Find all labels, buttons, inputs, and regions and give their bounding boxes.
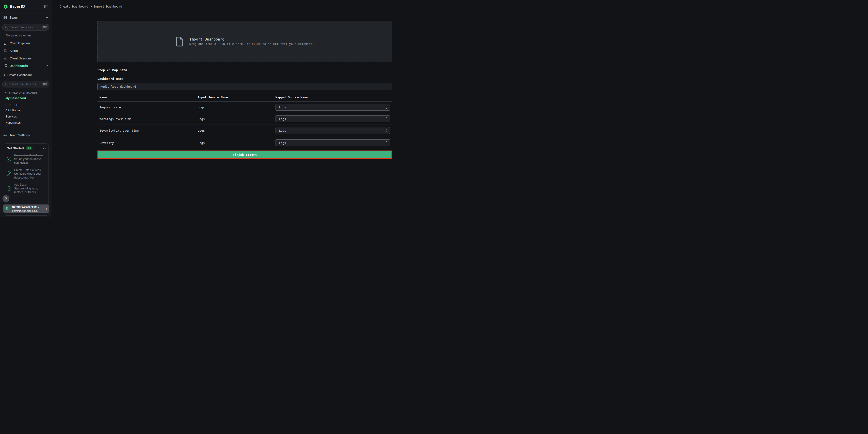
- check-circle-icon: [7, 186, 11, 191]
- saved-dashboards-input[interactable]: Saved Dashboards ⌘K: [2, 81, 50, 87]
- select-chevrons-icon: [385, 141, 388, 145]
- create-dashboard-label: Create Dashboard: [7, 73, 32, 77]
- saved-dashboards-placeholder: Saved Dashboards: [10, 83, 40, 86]
- breadcrumb: Create Dashboard > Import Dashboard: [52, 0, 434, 13]
- checklist-desc: Configure where your data comes from: [14, 172, 41, 179]
- table-row: Warnings over time Logs Logs: [97, 113, 392, 125]
- mapped-source-select[interactable]: Logs: [276, 127, 390, 134]
- sidebar-section-search[interactable]: Search: [0, 13, 52, 22]
- sidebar: HyperDX Search Sa: [0, 0, 52, 217]
- select-value: Logs: [279, 141, 286, 145]
- import-dashboard-panel: Import Dashboard Drag and drop a JSON fi…: [97, 13, 392, 159]
- dashboard-name-input[interactable]: [97, 83, 392, 90]
- sidebar-item-clickhouse[interactable]: ClickHouse: [0, 107, 52, 114]
- saved-dashboards-group-header[interactable]: SAVED DASHBOARDS: [0, 89, 52, 95]
- check-circle-icon: [7, 157, 11, 161]
- check-circle-icon: [7, 172, 11, 176]
- checklist-title: Create Data Sources: [14, 168, 41, 172]
- get-started-title: Get Started: [7, 147, 24, 150]
- step-title: Step 2: Map Data: [97, 68, 392, 72]
- group-header-label: SAVED DASHBOARDS: [9, 91, 38, 94]
- main-area: Create Dashboard > Import Dashboard Impo…: [52, 0, 434, 159]
- cell-name: SeverityText over time: [99, 129, 198, 132]
- checklist-desc: Start sending logs, metrics, or traces: [14, 187, 38, 194]
- dashboard-name-label: Dashboard Name: [97, 77, 392, 81]
- sidebar-item-services[interactable]: Services: [0, 114, 52, 120]
- breadcrumb-create-dashboard[interactable]: Create Dashboard: [60, 5, 88, 8]
- search-section-label: Search: [9, 16, 19, 19]
- progress-badge: 3/3: [26, 147, 33, 150]
- select-value: Logs: [279, 129, 286, 132]
- checklist-title: Add Data: [14, 183, 26, 186]
- sidebar-item-team-settings[interactable]: Team Settings: [0, 131, 52, 140]
- mapped-source-select[interactable]: Logs: [276, 116, 390, 122]
- create-dashboard-button[interactable]: + Create Dashboard: [0, 71, 52, 79]
- plus-icon: +: [3, 73, 5, 77]
- dropzone-title: Import Dashboard: [189, 37, 224, 41]
- sidebar-item-chart-explorer[interactable]: Chart Explorer: [0, 39, 52, 47]
- shortcut-badge: ⌘K: [42, 26, 48, 29]
- table-row: SeverityText over time Logs Logs: [97, 125, 392, 136]
- checklist-item-sources[interactable]: Create Data Sources Configure where your…: [7, 168, 46, 180]
- app-title: HyperDX: [10, 5, 42, 9]
- cell-input-source: Logs: [198, 141, 276, 145]
- logo-row: HyperDX: [0, 0, 52, 13]
- table-header-row: Name Input Source Name Mapped Source Nam…: [97, 93, 392, 101]
- column-header-input-source: Input Source Name: [198, 96, 276, 99]
- checklist-item-connect[interactable]: Connect to ClickHouse Set up your databa…: [7, 153, 46, 165]
- chevron-down-icon: [5, 104, 7, 106]
- mapped-source-select[interactable]: Logs: [276, 140, 390, 146]
- gear-icon: [3, 133, 7, 137]
- help-button[interactable]: ?: [2, 195, 9, 202]
- mapped-source-select[interactable]: Logs: [276, 104, 390, 111]
- team-settings-label: Team Settings: [9, 133, 30, 137]
- user-account-button[interactable]: D dominic.tran@clic... dominic.tran@clic…: [3, 205, 50, 213]
- dropzone-subtitle: Drag and drop a JSON file here, or click…: [189, 42, 314, 45]
- cell-name: Request rate: [99, 106, 198, 109]
- sidebar-nav: Chart Explorer Alerts Client Sessions: [0, 39, 52, 70]
- laptop-icon: [3, 56, 7, 60]
- nav-label: Alerts: [9, 49, 18, 53]
- breadcrumb-separator: >: [90, 5, 92, 8]
- sidebar-item-my-dashboard[interactable]: My Dashboard: [0, 95, 52, 101]
- get-started-header[interactable]: Get Started 3/3: [7, 147, 46, 150]
- table-row: Severity Logs Logs: [97, 136, 392, 149]
- chart-icon: [3, 41, 7, 45]
- nav-label: Client Sessions: [9, 57, 32, 60]
- breadcrumb-import-dashboard[interactable]: Import Dashboard: [94, 5, 122, 8]
- column-header-name: Name: [99, 96, 198, 99]
- presets-group-header[interactable]: PRESETS: [0, 101, 52, 107]
- sidebar-collapse-icon[interactable]: [44, 4, 49, 9]
- sidebar-item-client-sessions[interactable]: Client Sessions: [0, 55, 52, 62]
- saved-searches-input[interactable]: Saved Searches ⌘K: [2, 24, 50, 31]
- chevron-up-icon: [46, 65, 49, 67]
- cell-input-source: Logs: [198, 117, 276, 121]
- file-icon: [176, 36, 184, 47]
- select-value: Logs: [279, 117, 286, 121]
- finish-import-button[interactable]: Finish Import: [97, 151, 392, 159]
- no-saved-searches-note: No saved searches: [0, 32, 52, 38]
- chevron-up-icon: [43, 147, 46, 149]
- cell-name: Severity: [99, 141, 198, 145]
- cell-input-source: Logs: [198, 106, 276, 109]
- sidebar-item-kubernetes[interactable]: Kubernetes: [0, 120, 52, 126]
- select-chevrons-icon: [385, 105, 388, 109]
- search-icon: [5, 26, 8, 29]
- nav-label: Dashboards: [9, 64, 28, 68]
- json-file-dropzone[interactable]: Import Dashboard Drag and drop a JSON fi…: [97, 21, 392, 62]
- dashboard-icon: [3, 64, 7, 68]
- select-chevrons-icon: [385, 117, 388, 121]
- sidebar-item-dashboards[interactable]: Dashboards: [0, 62, 52, 69]
- mapping-table: Name Input Source Name Mapped Source Nam…: [97, 93, 392, 149]
- group-header-label: PRESETS: [9, 103, 22, 106]
- nav-label: Chart Explorer: [9, 41, 30, 45]
- sidebar-item-alerts[interactable]: Alerts: [0, 47, 52, 55]
- divider: [0, 70, 52, 70]
- avatar: D: [4, 206, 10, 212]
- bell-icon: [3, 49, 7, 53]
- checklist-item-add-data[interactable]: Add Data Start sending logs, metrics, or…: [7, 183, 46, 194]
- chevron-down-icon: [5, 92, 7, 94]
- checklist-desc: Set up your database connection: [14, 158, 41, 165]
- search-icon: [5, 83, 8, 86]
- select-value: Logs: [279, 106, 286, 109]
